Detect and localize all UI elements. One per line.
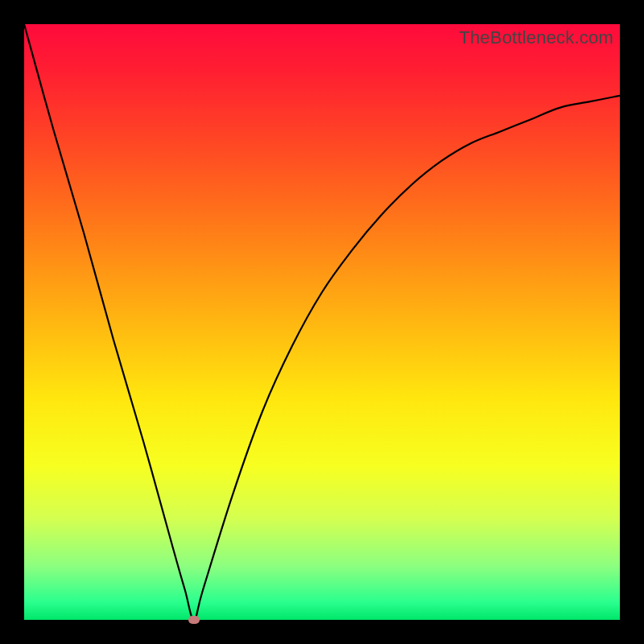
chart-frame: TheBottleneck.com	[0, 0, 644, 644]
minimum-marker	[188, 616, 200, 624]
plot-area: TheBottleneck.com	[24, 24, 620, 620]
bottleneck-curve	[24, 24, 620, 620]
